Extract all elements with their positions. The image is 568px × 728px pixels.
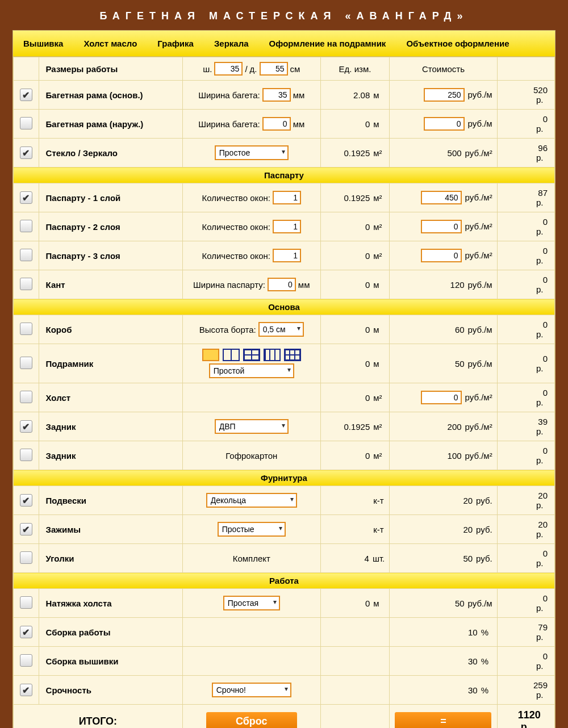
checkbox-canvas[interactable] [20,391,32,403]
stretch-select[interactable]: Простая [223,596,280,610]
dims-label: Размеры работы [39,57,182,81]
stretcher-icon-plain[interactable] [202,349,219,361]
page-title: БАГЕТНАЯ МАСТЕРСКАЯ «АВАНГАРД» [12,10,556,30]
checkbox-back1[interactable] [20,420,32,433]
pasp3-price[interactable] [421,249,462,262]
hangers-select[interactable]: Декольца [206,493,297,508]
back1-select[interactable]: ДВП [215,419,289,434]
pasp3-windows[interactable] [273,249,301,262]
tab-canvas-oil[interactable]: Холст масло [73,31,147,56]
section-labor: Работа [14,573,555,589]
checkbox-glass[interactable] [20,147,32,159]
checkbox-back2[interactable] [20,449,32,461]
checkbox-pasp2[interactable] [20,220,32,232]
glass-select[interactable]: Простое [215,145,289,160]
tab-stretcher[interactable]: Оформление на подрамник [259,31,396,56]
checkbox-hangers[interactable] [20,494,32,507]
section-passepartout: Паспарту [14,168,555,183]
stretcher-icon-vbar[interactable] [223,349,240,361]
length-input[interactable] [260,62,288,76]
checkbox-urgent[interactable] [20,684,32,696]
stretcher-icon-grid[interactable] [284,349,301,361]
calculate-button[interactable]: = [395,712,491,728]
pasp2-windows[interactable] [273,220,301,233]
calc-table: Размеры работы ш. / д. см Ед. изм. Стоим… [13,57,555,728]
kant-width[interactable] [268,278,296,291]
checkbox-frame2[interactable] [20,117,32,129]
pasp2-price[interactable] [421,220,462,233]
total-label: ИТОГО: [14,705,183,729]
reset-button[interactable]: Сброс [206,712,297,728]
section-base: Основа [14,299,555,315]
tab-graphics[interactable]: Графика [147,31,204,56]
podramnik-icons [187,349,316,361]
frame1-width[interactable] [262,88,291,102]
frame2-price[interactable] [424,117,465,131]
checkbox-stretch[interactable] [20,596,32,609]
tab-embroidery[interactable]: Вышивка [13,31,73,56]
checkbox-frame1[interactable] [20,89,32,101]
frame1-price[interactable] [424,88,465,102]
urgent-select[interactable]: Срочно! [212,683,291,697]
width-input[interactable] [214,62,243,76]
tab-mirrors[interactable]: Зеркала [204,31,259,56]
stretcher-icon-2vbar[interactable] [264,349,281,361]
checkbox-kant[interactable] [20,278,32,290]
checkbox-pasp1[interactable] [20,191,32,204]
checkbox-clips[interactable] [20,523,32,535]
clips-select[interactable]: Простые [218,522,286,537]
pasp1-windows[interactable] [273,191,301,204]
korob-select[interactable]: 0,5 см [258,322,304,337]
podramnik-select[interactable]: Простой [209,363,294,378]
checkbox-corners[interactable] [20,551,32,564]
tab-object[interactable]: Объектное оформление [396,31,519,56]
checkbox-podramnik[interactable] [20,357,32,369]
holst-price[interactable] [421,391,462,404]
checkbox-korob[interactable] [20,323,32,335]
pasp1-price[interactable] [421,191,462,204]
tabs: Вышивка Холст масло Графика Зеркала Офор… [13,31,555,57]
checkbox-pasp3[interactable] [20,249,32,261]
stretcher-icon-cross[interactable] [243,349,260,361]
frame2-width[interactable] [262,117,291,131]
checkbox-assembly-emb[interactable] [20,654,32,667]
section-fittings: Фурнитура [14,470,555,486]
checkbox-assembly[interactable] [20,626,32,638]
